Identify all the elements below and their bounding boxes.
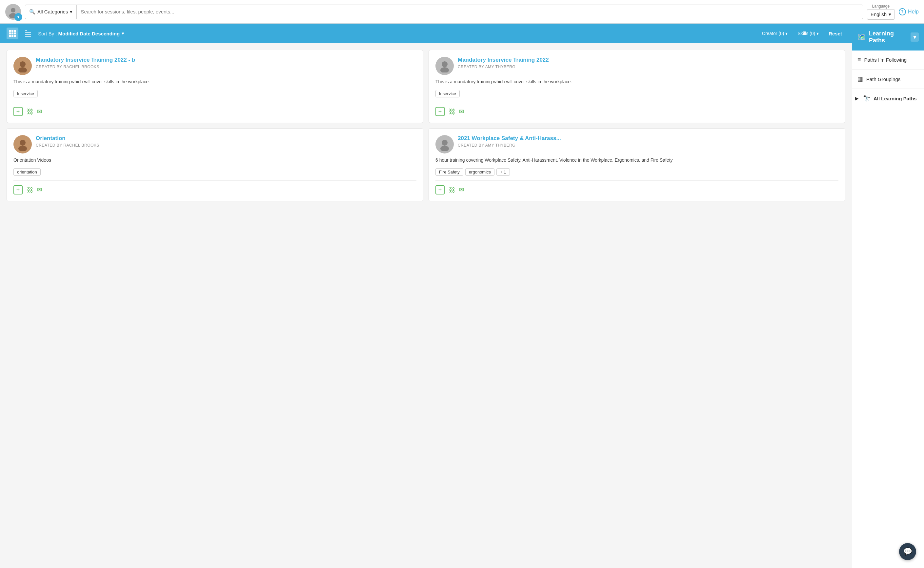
card-tags: Fire Safetyergonomics+ 1 [435,168,838,176]
card-header: Orientation CREATED BY RACHEL BROOKS [14,135,417,154]
sort-chevron-icon: ▾ [122,30,124,36]
language-value: English [871,12,886,17]
sidebar-item-all-paths[interactable]: ▶ 🔭 All Learning Paths [852,89,924,108]
card-title-section: 2021 Workplace Safety & Anti-Harass... C… [458,135,838,148]
card-actions: + ⛓ ✉ [14,107,417,116]
filter-buttons: Creator (0) ▾ Skills (0) ▾ Reset [759,29,845,38]
chat-icon: 💬 [903,547,912,556]
svg-point-3 [18,67,27,73]
sidebar-items: ≡ Paths I'm Following ▦ Path Groupings ▶… [852,50,924,108]
sidebar-item-label: Paths I'm Following [864,57,907,63]
list-icon [25,30,31,37]
card-avatar [14,135,32,154]
card-author: CREATED BY RACHEL BROOKS [36,143,417,148]
card-tags: Inservice [435,90,838,97]
help-icon: ? [899,8,906,15]
email-button[interactable]: ✉ [37,186,42,193]
tag: ergonomics [465,168,494,176]
card-card-2: Mandatory Inservice Training 2022 CREATE… [429,50,845,123]
sidebar-chevron-icon[interactable]: ▾ [910,32,919,42]
main-content: Sort By : Modified Date Descending ▾ Cre… [0,24,852,568]
sort-label: Sort By : [38,31,57,36]
chat-button[interactable]: 💬 [899,543,916,560]
card-title-section: Mandatory Inservice Training 2022 CREATE… [458,57,838,69]
card-avatar [435,135,454,154]
card-header: 2021 Workplace Safety & Anti-Harass... C… [435,135,838,154]
card-card-4: 2021 Workplace Safety & Anti-Harass... C… [429,128,845,201]
list-path-icon: ≡ [858,56,861,63]
svg-point-5 [440,67,449,73]
search-bar: 🔍 All Categories ▾ [25,5,863,19]
card-divider [14,180,417,181]
svg-point-8 [442,140,448,146]
sidebar-item-label: Path Groupings [866,76,900,82]
card-title[interactable]: Mandatory Inservice Training 2022 - b [36,57,417,63]
card-title[interactable]: Orientation [36,135,417,142]
copy-link-button[interactable]: ⛓ [448,186,455,194]
help-label: Help [908,9,919,15]
sidebar-item-paths-following[interactable]: ≡ Paths I'm Following [852,50,924,69]
svg-point-9 [440,146,449,151]
creator-chevron-icon: ▾ [785,31,788,36]
email-button[interactable]: ✉ [459,108,464,115]
add-to-path-button[interactable]: + [14,107,23,116]
sidebar-item-label: All Learning Paths [874,96,917,101]
card-header: Mandatory Inservice Training 2022 - b CR… [14,57,417,75]
user-avatar-container[interactable]: ▾ [5,4,21,20]
category-dropdown[interactable]: 🔍 All Categories ▾ [25,5,77,19]
add-to-path-button[interactable]: + [435,185,445,195]
tag: Fire Safety [435,168,463,176]
copy-link-button[interactable]: ⛓ [27,108,33,115]
skills-chevron-icon: ▾ [817,31,819,36]
tag: Inservice [14,90,38,97]
active-arrow-icon: ▶ [855,96,858,101]
copy-link-button[interactable]: ⛓ [448,108,455,115]
card-title-section: Mandatory Inservice Training 2022 - b CR… [36,57,417,69]
add-to-path-button[interactable]: + [14,185,23,195]
copy-link-button[interactable]: ⛓ [27,186,33,194]
add-to-path-button[interactable]: + [435,107,445,116]
card-description: Orientation Videos [14,157,417,164]
main-layout: Sort By : Modified Date Descending ▾ Cre… [0,24,924,568]
card-tags: Inservice [14,90,417,97]
email-button[interactable]: ✉ [459,186,464,193]
toolbar: Sort By : Modified Date Descending ▾ Cre… [0,24,852,43]
card-divider [435,102,838,102]
reset-button[interactable]: Reset [825,29,845,38]
language-dropdown[interactable]: English ▾ [867,9,895,20]
skills-filter-button[interactable]: Skills (0) ▾ [794,29,822,38]
creator-filter-button[interactable]: Creator (0) ▾ [759,29,791,38]
language-chevron-icon: ▾ [889,12,891,17]
svg-point-6 [20,140,26,146]
help-button[interactable]: ? Help [899,8,919,15]
learning-paths-icon: 🗺️ [858,33,866,41]
svg-point-4 [442,61,448,67]
svg-point-7 [18,146,27,151]
grid-icon [9,30,16,37]
header: ▾ 🔍 All Categories ▾ Language English ▾ … [0,0,924,24]
creator-filter-label: Creator (0) [762,31,784,36]
card-title[interactable]: 2021 Workplace Safety & Anti-Harass... [458,135,838,142]
card-title[interactable]: Mandatory Inservice Training 2022 [458,57,838,63]
list-view-button[interactable] [22,27,34,39]
card-description: This is a mandatory training which will … [435,79,838,85]
language-label: Language [872,4,889,9]
cards-container: Mandatory Inservice Training 2022 - b CR… [0,43,852,208]
category-chevron-icon: ▾ [70,9,72,15]
card-tags: orientation [14,168,417,176]
svg-point-0 [11,8,15,12]
sidebar: 🗺️ Learning Paths ▾ ≡ Paths I'm Followin… [852,24,924,568]
language-section: Language English ▾ [867,4,895,20]
search-input[interactable] [77,5,863,19]
card-card-3: Orientation CREATED BY RACHEL BROOKS Ori… [6,128,423,201]
sidebar-item-path-groupings[interactable]: ▦ Path Groupings [852,69,924,89]
avatar-chevron-icon[interactable]: ▾ [14,13,22,21]
svg-point-2 [20,61,26,67]
category-label: All Categories [38,9,68,14]
grid-view-button[interactable] [6,27,18,39]
binoculars-icon: 🔭 [863,95,870,102]
card-avatar [435,57,454,75]
skills-filter-label: Skills (0) [797,31,815,36]
email-button[interactable]: ✉ [37,108,42,115]
card-avatar [14,57,32,75]
